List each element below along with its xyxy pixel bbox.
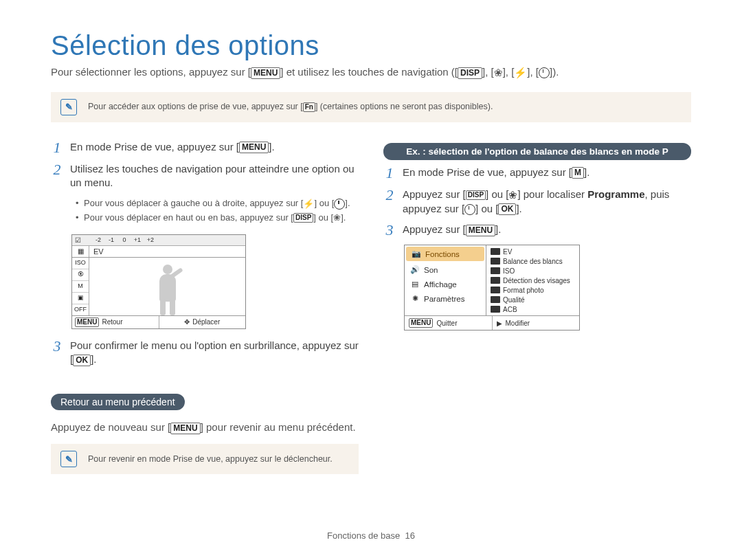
preview-canvas bbox=[89, 258, 245, 315]
disp-key-icon: DISP bbox=[458, 67, 482, 79]
return-text: Appuyez de nouveau sur [MENU] pour reven… bbox=[51, 420, 359, 434]
list-item: Format photo bbox=[486, 285, 579, 295]
step-number: 1 bbox=[383, 166, 396, 181]
lcd-ev-row: ▦ EV bbox=[72, 246, 245, 258]
side-icon: ISO bbox=[72, 258, 89, 269]
intro-part: ] et utilisez les touches de navigation … bbox=[280, 66, 458, 78]
opt-icon bbox=[491, 287, 500, 293]
opt-icon bbox=[491, 267, 500, 274]
menu-key-icon: MENU bbox=[251, 67, 280, 79]
step-2: 2 Utilisez les touches de navigation pou… bbox=[51, 162, 359, 190]
footer-section: Fonctions de base bbox=[327, 530, 400, 541]
step-body: Appuyez sur [DISP] ou [❀] pour localiser… bbox=[403, 188, 691, 216]
lcd-move: ✥Déplacer bbox=[159, 316, 246, 328]
fn-key-icon: Fn bbox=[303, 102, 315, 112]
timer-icon bbox=[464, 204, 475, 215]
flash-icon: ⚡ bbox=[514, 66, 527, 80]
sound-icon: 🔊 bbox=[410, 265, 420, 274]
menu-item-parametres: ✺Paramètres bbox=[405, 291, 486, 306]
step-number: 1 bbox=[51, 140, 63, 155]
step-body: Appuyez sur [MENU]. bbox=[403, 223, 691, 238]
lcd2-quit: MENUQuitter bbox=[405, 316, 492, 330]
opt-icon bbox=[491, 258, 500, 265]
page-footer: Fonctions de base 16 bbox=[0, 530, 742, 541]
dpad-icon: ✥ bbox=[184, 318, 190, 326]
substep: Pour vous déplacer en haut ou en bas, ap… bbox=[76, 211, 359, 225]
step-body: Pour confirmer le menu ou l'option en su… bbox=[70, 339, 359, 367]
macro-icon: ❀ bbox=[333, 211, 341, 225]
note-text: Pour accéder aux options de prise de vue… bbox=[88, 102, 493, 112]
note-icon: ✎ bbox=[60, 99, 77, 115]
intro-part: Pour sélectionner les options, appuyez s… bbox=[51, 66, 251, 78]
side-icon: ⦿ bbox=[72, 269, 89, 281]
opt-icon bbox=[491, 306, 500, 313]
lcd-back: MENURetour bbox=[72, 316, 159, 328]
step-number: 2 bbox=[51, 162, 63, 190]
list-item: ISO bbox=[486, 266, 579, 276]
menu-item-fonctions: 📷Fonctions bbox=[406, 247, 484, 261]
camera-lcd-2: 📷Fonctions 🔊Son ▤Affichage ✺Paramètres E… bbox=[404, 245, 580, 331]
lcd-scale-row: ☑ -2 -1 0 +1 +2 bbox=[72, 235, 245, 246]
list-item: EV bbox=[486, 247, 579, 256]
list-item: Qualité bbox=[486, 295, 579, 304]
display-icon: ▤ bbox=[410, 280, 420, 289]
columns: 1 En mode Prise de vue, appuyez sur [MEN… bbox=[51, 140, 691, 493]
opt-icon bbox=[491, 296, 500, 303]
timer-icon bbox=[334, 199, 345, 210]
note-box-2: ✎ Pour revenir en mode Prise de vue, app… bbox=[51, 444, 359, 474]
note-icon: ✎ bbox=[60, 451, 77, 467]
disp-key-icon: DISP bbox=[293, 213, 313, 223]
disp-key-icon: DISP bbox=[466, 190, 486, 200]
step-body: En mode Prise de vue, appuyez sur [MENU]… bbox=[70, 140, 359, 155]
ev-scale: -2 -1 0 +1 +2 bbox=[93, 236, 156, 243]
flash-icon: ⚡ bbox=[303, 197, 314, 211]
timer-icon bbox=[539, 67, 550, 78]
intro-part: ]). bbox=[550, 66, 559, 78]
arrow-right-icon: ▶ bbox=[497, 320, 502, 327]
note-text: Pour revenir en mode Prise de vue, appuy… bbox=[88, 454, 333, 464]
programme-label: Programme bbox=[587, 188, 644, 200]
step-number: 2 bbox=[383, 188, 396, 216]
substep: Pour vous déplacer à gauche ou à droite,… bbox=[76, 197, 359, 210]
wb-icon: ▦ bbox=[72, 246, 89, 257]
lcd2-body: 📷Fonctions 🔊Son ▤Affichage ✺Paramètres E… bbox=[405, 245, 579, 315]
gear-icon: ✺ bbox=[410, 294, 420, 303]
lcd-side-icons: ISO ⦿ M ▣ OFF bbox=[72, 258, 89, 315]
list-item: ACB bbox=[486, 304, 579, 314]
lcd2-modify: ▶Modifier bbox=[492, 316, 580, 330]
lcd2-footer: MENUQuitter ▶Modifier bbox=[405, 315, 579, 330]
lcd-footer: MENURetour ✥Déplacer bbox=[72, 315, 245, 328]
menu-key-icon: MENU bbox=[466, 225, 495, 236]
menu-item-son: 🔊Son bbox=[405, 262, 486, 277]
step-3: 3 Pour confirmer le menu ou l'option en … bbox=[51, 339, 359, 367]
menu-key-icon: MENU bbox=[239, 142, 269, 153]
person-silhouette bbox=[152, 265, 183, 315]
opt-icon bbox=[491, 277, 500, 284]
left-column: 1 En mode Prise de vue, appuyez sur [MEN… bbox=[51, 140, 359, 493]
list-item: Balance des blancs bbox=[486, 256, 579, 266]
step-body: Utilisez les touches de navigation pour … bbox=[70, 162, 359, 190]
lcd2-left-menu: 📷Fonctions 🔊Son ▤Affichage ✺Paramètres bbox=[405, 245, 486, 315]
camera-lcd-1: ☑ -2 -1 0 +1 +2 ▦ EV ISO ⦿ bbox=[71, 234, 246, 329]
list-item: Détection des visages bbox=[486, 276, 579, 285]
ok-key-icon: OK bbox=[73, 355, 91, 366]
step-1: 1 En mode Prise de vue, appuyez sur [MEN… bbox=[51, 140, 359, 155]
lcd2-right-list: EV Balance des blancs ISO Détection des … bbox=[486, 245, 579, 315]
macro-icon: ❀ bbox=[508, 188, 517, 202]
lcd-preview: ISO ⦿ M ▣ OFF bbox=[72, 258, 245, 315]
substeps: Pour vous déplacer à gauche ou à droite,… bbox=[76, 197, 359, 225]
opt-icon bbox=[491, 248, 500, 255]
step-number: 3 bbox=[51, 339, 63, 367]
r-step-1: 1 En mode Prise de vue, appuyez sur [M]. bbox=[383, 166, 691, 181]
step-body: En mode Prise de vue, appuyez sur [M]. bbox=[403, 166, 691, 181]
ev-label: EV bbox=[89, 246, 245, 257]
side-icon: OFF bbox=[72, 304, 89, 315]
menu-key-icon: MENU bbox=[409, 318, 433, 328]
camera-icon: 📷 bbox=[412, 249, 421, 258]
page-title: Sélection des options bbox=[51, 30, 691, 61]
manual-page: Sélection des options Pour sélectionner … bbox=[0, 0, 742, 560]
mode-key-icon: M bbox=[572, 167, 584, 179]
return-heading: Retour au menu précédent bbox=[51, 394, 185, 410]
step-number: 3 bbox=[383, 223, 396, 238]
footer-page-number: 16 bbox=[405, 530, 415, 541]
